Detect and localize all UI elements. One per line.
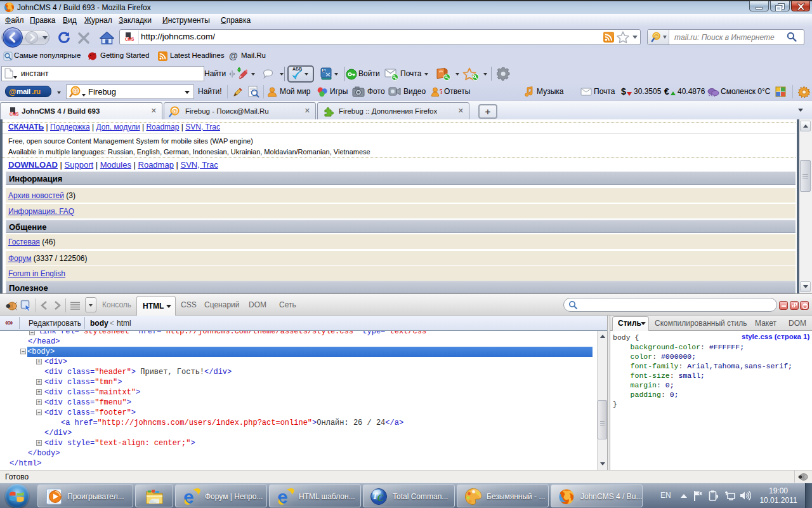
svg-text:?: ? [440, 88, 443, 95]
svg-text:A: A [322, 68, 326, 74]
svg-text:@: @ [72, 88, 79, 95]
svg-text:C: C [377, 493, 384, 503]
svg-text:@: @ [172, 107, 178, 114]
